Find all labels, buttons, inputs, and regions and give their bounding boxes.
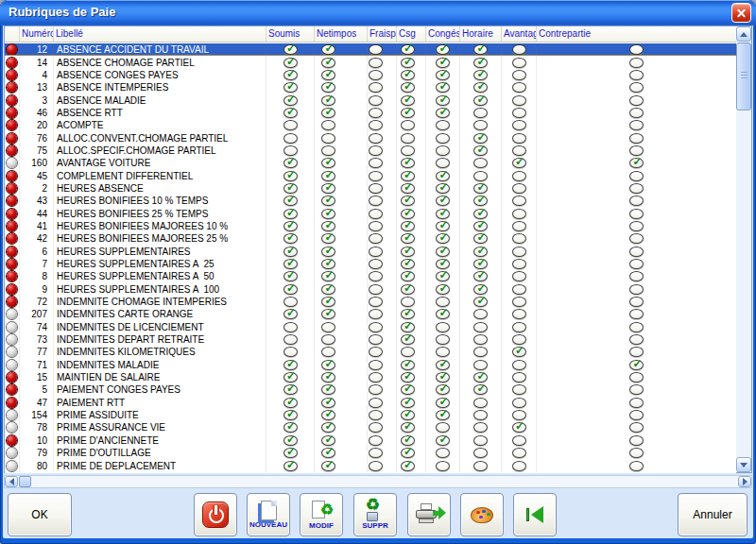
check-contrepartie[interactable] <box>629 209 644 219</box>
check-netimpos[interactable] <box>321 120 335 130</box>
check-csg[interactable] <box>401 284 415 295</box>
table-row[interactable]: 46 ABSENCE RTT <box>5 107 736 119</box>
check-contrepartie[interactable] <box>629 183 644 194</box>
ok-button[interactable]: OK <box>8 493 72 536</box>
check-fraispro[interactable] <box>369 422 383 433</box>
check-horaire[interactable] <box>473 196 488 206</box>
check-avantage[interactable] <box>512 360 526 370</box>
check-contrepartie[interactable] <box>629 297 644 307</box>
check-fraispro[interactable] <box>369 233 383 244</box>
check-avantage[interactable] <box>512 196 526 206</box>
check-csg[interactable] <box>401 271 415 281</box>
check-horaire[interactable] <box>473 233 488 244</box>
check-conges[interactable] <box>436 461 450 471</box>
check-soumis[interactable] <box>284 422 298 433</box>
check-horaire[interactable] <box>473 70 488 80</box>
check-avantage[interactable] <box>512 410 526 420</box>
check-soumis[interactable] <box>284 108 298 118</box>
check-contrepartie[interactable] <box>629 410 644 420</box>
check-netimpos[interactable] <box>321 233 335 244</box>
check-avantage[interactable] <box>512 259 526 269</box>
check-csg[interactable] <box>401 322 415 332</box>
check-avantage[interactable] <box>512 334 526 345</box>
check-horaire[interactable] <box>473 221 488 231</box>
check-netimpos[interactable] <box>321 284 335 295</box>
check-netimpos[interactable] <box>321 435 335 446</box>
check-contrepartie[interactable] <box>629 448 644 458</box>
check-contrepartie[interactable] <box>629 133 644 144</box>
table-row[interactable]: 79 PRIME D'OUTILLAGE <box>5 447 736 459</box>
check-soumis[interactable] <box>284 145 298 156</box>
check-netimpos[interactable] <box>321 271 335 281</box>
check-fraispro[interactable] <box>369 410 383 420</box>
check-csg[interactable] <box>401 398 415 408</box>
table-row[interactable]: 47 PAIEMENT RTT <box>5 397 736 409</box>
check-soumis[interactable] <box>284 209 298 219</box>
check-conges[interactable] <box>436 221 450 231</box>
check-csg[interactable] <box>401 171 415 181</box>
table-row[interactable]: 15 MAINTIEN DE SALAIRE <box>5 371 736 383</box>
check-contrepartie[interactable] <box>629 334 644 345</box>
check-fraispro[interactable] <box>369 120 383 130</box>
check-horaire[interactable] <box>473 108 488 118</box>
check-netimpos[interactable] <box>321 171 335 181</box>
check-conges[interactable] <box>436 284 450 295</box>
check-soumis[interactable] <box>284 233 298 244</box>
check-fraispro[interactable] <box>369 334 383 345</box>
header-netimpos[interactable]: Netimpos <box>315 26 368 42</box>
check-contrepartie[interactable] <box>629 120 644 130</box>
check-conges[interactable] <box>436 435 450 446</box>
check-avantage[interactable] <box>512 297 526 307</box>
check-avantage[interactable] <box>512 422 526 433</box>
check-conges[interactable] <box>436 44 450 55</box>
check-soumis[interactable] <box>284 196 298 206</box>
check-horaire[interactable] <box>473 58 488 68</box>
check-csg[interactable] <box>401 297 415 307</box>
check-soumis[interactable] <box>284 171 298 181</box>
check-fraispro[interactable] <box>369 183 383 194</box>
check-fraispro[interactable] <box>369 58 383 68</box>
check-csg[interactable] <box>401 259 415 269</box>
check-contrepartie[interactable] <box>629 322 644 332</box>
check-fraispro[interactable] <box>369 171 383 181</box>
check-netimpos[interactable] <box>321 297 335 307</box>
palette-button[interactable] <box>460 493 504 536</box>
check-fraispro[interactable] <box>369 360 383 370</box>
table-row[interactable]: 20 ACOMPTE <box>5 119 736 131</box>
check-netimpos[interactable] <box>321 384 335 395</box>
check-csg[interactable] <box>401 461 415 471</box>
check-netimpos[interactable] <box>321 145 335 156</box>
check-avantage[interactable] <box>512 133 526 144</box>
header-fraispro[interactable]: Fraispro <box>368 26 397 42</box>
check-avantage[interactable] <box>512 372 526 382</box>
check-contrepartie[interactable] <box>629 271 644 281</box>
check-avantage[interactable] <box>512 448 526 458</box>
modif-button[interactable]: ♻ MODIF <box>300 493 343 536</box>
check-horaire[interactable] <box>473 309 488 319</box>
check-csg[interactable] <box>401 158 415 168</box>
check-contrepartie[interactable] <box>629 435 644 446</box>
header-contrepartie[interactable]: Contrepartie <box>537 26 736 42</box>
check-horaire[interactable] <box>473 435 488 446</box>
check-conges[interactable] <box>436 347 450 357</box>
table-row[interactable]: 7 HEURES SUPPLEMENTAIRES A 25 <box>5 258 736 270</box>
check-conges[interactable] <box>436 297 450 307</box>
print-button[interactable] <box>407 493 451 536</box>
check-avantage[interactable] <box>512 435 526 446</box>
check-avantage[interactable] <box>512 70 526 80</box>
table-row[interactable]: 10 PRIME D'ANCIENNETE <box>5 434 736 447</box>
check-fraispro[interactable] <box>369 347 383 357</box>
check-netimpos[interactable] <box>321 196 335 206</box>
check-soumis[interactable] <box>284 322 298 332</box>
check-contrepartie[interactable] <box>629 145 644 156</box>
check-soumis[interactable] <box>284 259 298 269</box>
check-netimpos[interactable] <box>321 347 335 357</box>
check-horaire[interactable] <box>473 448 488 458</box>
check-horaire[interactable] <box>473 422 488 433</box>
check-avantage[interactable] <box>512 44 526 55</box>
check-horaire[interactable] <box>473 259 488 269</box>
check-csg[interactable] <box>401 58 415 68</box>
check-contrepartie[interactable] <box>629 171 644 181</box>
check-contrepartie[interactable] <box>629 82 644 93</box>
table-row[interactable]: 73 INDEMNITES DEPART RETRAITE <box>5 333 736 346</box>
